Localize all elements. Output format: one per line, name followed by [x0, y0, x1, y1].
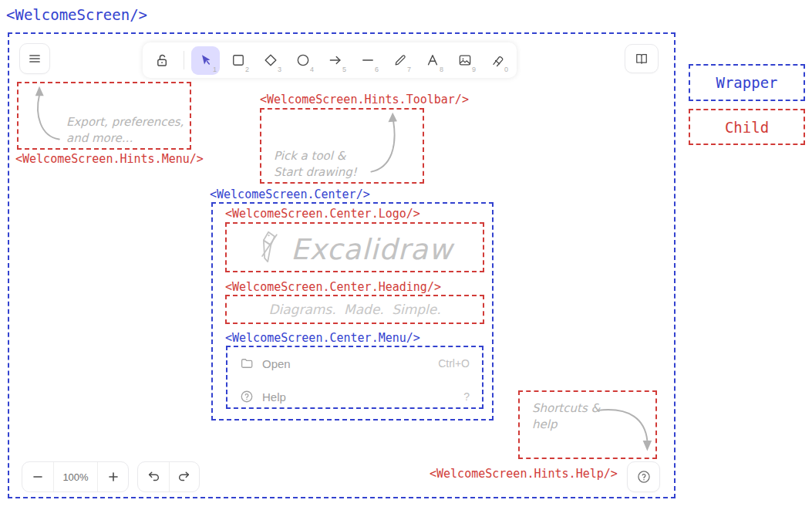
- tool-number: 6: [375, 66, 379, 73]
- question-circle-icon: [636, 469, 652, 485]
- tool-text[interactable]: 8: [418, 46, 446, 75]
- pencil-icon: [393, 52, 408, 68]
- tool-number: 9: [472, 66, 476, 73]
- arrow-icon: [328, 52, 343, 68]
- rectangle-icon: [231, 52, 246, 68]
- tool-eraser[interactable]: 0: [483, 46, 511, 75]
- tool-diamond[interactable]: 3: [256, 46, 285, 75]
- zoom-out-button[interactable]: [22, 462, 53, 491]
- tool-arrow[interactable]: 5: [321, 46, 349, 75]
- center-menu-label: <WelcomeScreen.Center.Menu/>: [225, 331, 420, 345]
- excalidraw-logo-text: Excalidraw: [291, 233, 453, 266]
- hints-help-label: <WelcomeScreen.Hints.Help/>: [430, 467, 618, 481]
- lock-tool-button[interactable]: [148, 46, 177, 75]
- hints-menu-label: <WelcomeScreen.Hints.Menu/>: [15, 152, 204, 166]
- hamburger-menu-icon: [27, 51, 42, 66]
- welcome-screen-wrapper-box: 1 2 3 4: [8, 32, 676, 498]
- diamond-icon: [263, 52, 278, 68]
- hints-menu-child-box: Export, preferences, and more...: [17, 82, 191, 150]
- tool-number: 2: [245, 66, 249, 73]
- menu-item-shortcut: ?: [463, 390, 470, 403]
- hint-menu-line2: and more...: [66, 130, 184, 147]
- tool-selection[interactable]: 1: [191, 46, 220, 75]
- tool-line[interactable]: 6: [353, 46, 382, 75]
- tool-number: 8: [440, 66, 443, 73]
- menu-item-label: Help: [262, 390, 286, 404]
- legend-wrapper-label: Wrapper: [716, 74, 777, 91]
- welcome-screen-annotation-page: <WelcomeScreen/>: [0, 0, 812, 510]
- hint-help-line1: Shortcuts &: [532, 400, 600, 417]
- menu-item-help[interactable]: Help ?: [234, 384, 476, 409]
- image-icon: [457, 52, 473, 68]
- main-menu-button[interactable]: [19, 43, 50, 74]
- tool-rectangle[interactable]: 2: [224, 46, 252, 75]
- open-book-icon: [634, 51, 649, 66]
- tool-number: 3: [278, 66, 281, 73]
- center-menu-wrapper-box: Open Ctrl+O Help ?: [226, 346, 483, 409]
- plus-icon: [107, 471, 120, 483]
- center-wrapper-box: <WelcomeScreen.Center.Logo/> Excalidraw …: [211, 202, 494, 420]
- excalidraw-logo-mark-icon: [257, 230, 281, 269]
- eraser-icon: [490, 52, 505, 68]
- welcome-heading: Diagrams. Made. Simple.: [227, 302, 483, 317]
- toolbar: 1 2 3 4: [143, 42, 517, 78]
- tool-number: 4: [310, 66, 314, 73]
- center-label: <WelcomeScreen.Center/>: [210, 187, 370, 201]
- hint-toolbar-line1: Pick a tool &: [274, 148, 357, 164]
- hint-menu-line1: Export, preferences,: [66, 114, 184, 130]
- help-button[interactable]: [627, 461, 660, 492]
- hints-toolbar-child-box: Pick a tool & Start drawing!: [260, 108, 424, 184]
- library-button[interactable]: [625, 44, 659, 73]
- menu-item-shortcut: Ctrl+O: [438, 357, 470, 370]
- selection-cursor-icon: [198, 52, 214, 68]
- tool-ellipse[interactable]: 4: [288, 46, 317, 75]
- minus-icon: [32, 471, 44, 483]
- page-title: <WelcomeScreen/>: [6, 6, 147, 23]
- tool-image[interactable]: 9: [450, 46, 479, 75]
- menu-item-open[interactable]: Open Ctrl+O: [234, 351, 476, 376]
- center-logo-label: <WelcomeScreen.Center.Logo/>: [225, 207, 420, 221]
- center-heading-label: <WelcomeScreen.Center.Heading/>: [225, 280, 441, 294]
- menu-item-label: Open: [262, 357, 291, 370]
- history-controls: [137, 461, 200, 492]
- tool-number: 0: [504, 66, 508, 73]
- question-circle-icon: [240, 390, 254, 404]
- tool-number: 7: [407, 66, 411, 73]
- hint-toolbar-line2: Start drawing!: [274, 164, 357, 181]
- redo-icon: [177, 470, 191, 484]
- hints-help-child-box: Shortcuts & help: [518, 390, 657, 459]
- tool-number: 1: [213, 66, 217, 73]
- toolbar-divider: [184, 51, 184, 69]
- folder-icon: [240, 356, 254, 370]
- undo-icon: [147, 470, 160, 484]
- excalidraw-logo: Excalidraw: [227, 230, 483, 269]
- zoom-in-button[interactable]: [97, 462, 128, 491]
- line-icon: [360, 52, 376, 68]
- unlocked-padlock-icon: [154, 52, 170, 69]
- text-a-icon: [425, 52, 440, 68]
- ellipse-icon: [295, 52, 311, 68]
- zoom-controls: 100%: [22, 461, 129, 492]
- center-heading-child-box: Diagrams. Made. Simple.: [225, 295, 484, 324]
- undo-button[interactable]: [138, 462, 169, 491]
- legend-child: Child: [689, 109, 805, 145]
- tool-number: 5: [342, 66, 346, 73]
- legend-wrapper: Wrapper: [689, 64, 805, 101]
- redo-button[interactable]: [169, 462, 200, 491]
- hints-toolbar-label: <WelcomeScreen.Hints.Toolbar/>: [260, 93, 469, 106]
- legend-child-label: Child: [725, 119, 769, 136]
- zoom-level-readout[interactable]: 100%: [53, 462, 97, 491]
- center-logo-child-box: Excalidraw: [225, 222, 484, 272]
- hint-help-line2: help: [532, 417, 600, 433]
- tool-draw[interactable]: 7: [386, 46, 414, 75]
